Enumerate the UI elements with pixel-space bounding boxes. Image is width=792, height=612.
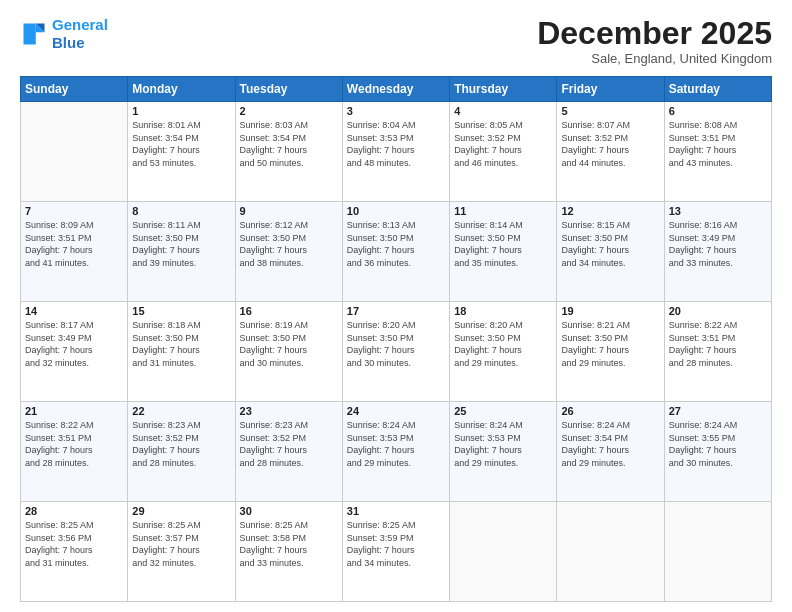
day-info: Sunrise: 8:05 AM Sunset: 3:52 PM Dayligh… <box>454 119 552 169</box>
logo-blue: Blue <box>52 34 85 51</box>
calendar-day-cell <box>450 502 557 602</box>
calendar-day-cell: 24Sunrise: 8:24 AM Sunset: 3:53 PM Dayli… <box>342 402 449 502</box>
calendar-table: SundayMondayTuesdayWednesdayThursdayFrid… <box>20 76 772 602</box>
day-number: 5 <box>561 105 659 117</box>
day-number: 21 <box>25 405 123 417</box>
day-number: 13 <box>669 205 767 217</box>
header: General Blue December 2025 Sale, England… <box>20 16 772 66</box>
calendar-day-cell: 8Sunrise: 8:11 AM Sunset: 3:50 PM Daylig… <box>128 202 235 302</box>
day-number: 9 <box>240 205 338 217</box>
day-number: 29 <box>132 505 230 517</box>
day-number: 14 <box>25 305 123 317</box>
day-number: 17 <box>347 305 445 317</box>
day-info: Sunrise: 8:07 AM Sunset: 3:52 PM Dayligh… <box>561 119 659 169</box>
day-info: Sunrise: 8:13 AM Sunset: 3:50 PM Dayligh… <box>347 219 445 269</box>
calendar-day-cell: 5Sunrise: 8:07 AM Sunset: 3:52 PM Daylig… <box>557 102 664 202</box>
day-info: Sunrise: 8:22 AM Sunset: 3:51 PM Dayligh… <box>25 419 123 469</box>
day-info: Sunrise: 8:21 AM Sunset: 3:50 PM Dayligh… <box>561 319 659 369</box>
day-info: Sunrise: 8:01 AM Sunset: 3:54 PM Dayligh… <box>132 119 230 169</box>
calendar-day-cell: 12Sunrise: 8:15 AM Sunset: 3:50 PM Dayli… <box>557 202 664 302</box>
calendar-day-cell: 10Sunrise: 8:13 AM Sunset: 3:50 PM Dayli… <box>342 202 449 302</box>
day-number: 1 <box>132 105 230 117</box>
logo-text: General Blue <box>52 16 108 52</box>
day-number: 10 <box>347 205 445 217</box>
calendar-day-header: Monday <box>128 77 235 102</box>
calendar-day-cell: 19Sunrise: 8:21 AM Sunset: 3:50 PM Dayli… <box>557 302 664 402</box>
day-number: 19 <box>561 305 659 317</box>
day-number: 20 <box>669 305 767 317</box>
day-info: Sunrise: 8:14 AM Sunset: 3:50 PM Dayligh… <box>454 219 552 269</box>
day-info: Sunrise: 8:25 AM Sunset: 3:59 PM Dayligh… <box>347 519 445 569</box>
calendar-day-cell: 22Sunrise: 8:23 AM Sunset: 3:52 PM Dayli… <box>128 402 235 502</box>
calendar-day-header: Thursday <box>450 77 557 102</box>
calendar-header-row: SundayMondayTuesdayWednesdayThursdayFrid… <box>21 77 772 102</box>
calendar-day-cell: 6Sunrise: 8:08 AM Sunset: 3:51 PM Daylig… <box>664 102 771 202</box>
day-info: Sunrise: 8:11 AM Sunset: 3:50 PM Dayligh… <box>132 219 230 269</box>
month-title: December 2025 <box>537 16 772 51</box>
location-subtitle: Sale, England, United Kingdom <box>537 51 772 66</box>
day-info: Sunrise: 8:08 AM Sunset: 3:51 PM Dayligh… <box>669 119 767 169</box>
calendar-day-cell: 1Sunrise: 8:01 AM Sunset: 3:54 PM Daylig… <box>128 102 235 202</box>
calendar-day-cell: 9Sunrise: 8:12 AM Sunset: 3:50 PM Daylig… <box>235 202 342 302</box>
calendar-day-header: Wednesday <box>342 77 449 102</box>
day-number: 18 <box>454 305 552 317</box>
day-number: 25 <box>454 405 552 417</box>
day-number: 6 <box>669 105 767 117</box>
day-number: 30 <box>240 505 338 517</box>
day-info: Sunrise: 8:24 AM Sunset: 3:54 PM Dayligh… <box>561 419 659 469</box>
day-number: 8 <box>132 205 230 217</box>
calendar-day-cell: 2Sunrise: 8:03 AM Sunset: 3:54 PM Daylig… <box>235 102 342 202</box>
day-info: Sunrise: 8:20 AM Sunset: 3:50 PM Dayligh… <box>454 319 552 369</box>
calendar-week-row: 7Sunrise: 8:09 AM Sunset: 3:51 PM Daylig… <box>21 202 772 302</box>
logo-icon <box>20 20 48 48</box>
title-block: December 2025 Sale, England, United King… <box>537 16 772 66</box>
day-info: Sunrise: 8:25 AM Sunset: 3:56 PM Dayligh… <box>25 519 123 569</box>
calendar-week-row: 1Sunrise: 8:01 AM Sunset: 3:54 PM Daylig… <box>21 102 772 202</box>
day-number: 26 <box>561 405 659 417</box>
day-number: 16 <box>240 305 338 317</box>
day-info: Sunrise: 8:25 AM Sunset: 3:58 PM Dayligh… <box>240 519 338 569</box>
day-info: Sunrise: 8:24 AM Sunset: 3:53 PM Dayligh… <box>347 419 445 469</box>
day-info: Sunrise: 8:15 AM Sunset: 3:50 PM Dayligh… <box>561 219 659 269</box>
day-number: 23 <box>240 405 338 417</box>
day-number: 4 <box>454 105 552 117</box>
calendar-day-cell: 18Sunrise: 8:20 AM Sunset: 3:50 PM Dayli… <box>450 302 557 402</box>
calendar-day-cell: 16Sunrise: 8:19 AM Sunset: 3:50 PM Dayli… <box>235 302 342 402</box>
calendar-week-row: 28Sunrise: 8:25 AM Sunset: 3:56 PM Dayli… <box>21 502 772 602</box>
day-number: 12 <box>561 205 659 217</box>
calendar-day-cell: 25Sunrise: 8:24 AM Sunset: 3:53 PM Dayli… <box>450 402 557 502</box>
calendar-day-cell: 28Sunrise: 8:25 AM Sunset: 3:56 PM Dayli… <box>21 502 128 602</box>
logo: General Blue <box>20 16 108 52</box>
day-info: Sunrise: 8:24 AM Sunset: 3:53 PM Dayligh… <box>454 419 552 469</box>
calendar-day-cell: 26Sunrise: 8:24 AM Sunset: 3:54 PM Dayli… <box>557 402 664 502</box>
calendar-day-cell <box>664 502 771 602</box>
day-info: Sunrise: 8:18 AM Sunset: 3:50 PM Dayligh… <box>132 319 230 369</box>
day-number: 31 <box>347 505 445 517</box>
day-info: Sunrise: 8:16 AM Sunset: 3:49 PM Dayligh… <box>669 219 767 269</box>
svg-rect-2 <box>24 24 36 45</box>
day-info: Sunrise: 8:17 AM Sunset: 3:49 PM Dayligh… <box>25 319 123 369</box>
calendar-day-cell: 3Sunrise: 8:04 AM Sunset: 3:53 PM Daylig… <box>342 102 449 202</box>
calendar-day-cell: 30Sunrise: 8:25 AM Sunset: 3:58 PM Dayli… <box>235 502 342 602</box>
day-info: Sunrise: 8:25 AM Sunset: 3:57 PM Dayligh… <box>132 519 230 569</box>
calendar-day-cell: 15Sunrise: 8:18 AM Sunset: 3:50 PM Dayli… <box>128 302 235 402</box>
day-info: Sunrise: 8:23 AM Sunset: 3:52 PM Dayligh… <box>240 419 338 469</box>
day-info: Sunrise: 8:20 AM Sunset: 3:50 PM Dayligh… <box>347 319 445 369</box>
day-info: Sunrise: 8:12 AM Sunset: 3:50 PM Dayligh… <box>240 219 338 269</box>
calendar-day-header: Sunday <box>21 77 128 102</box>
day-number: 24 <box>347 405 445 417</box>
day-info: Sunrise: 8:19 AM Sunset: 3:50 PM Dayligh… <box>240 319 338 369</box>
calendar-day-cell: 7Sunrise: 8:09 AM Sunset: 3:51 PM Daylig… <box>21 202 128 302</box>
calendar-week-row: 21Sunrise: 8:22 AM Sunset: 3:51 PM Dayli… <box>21 402 772 502</box>
day-info: Sunrise: 8:24 AM Sunset: 3:55 PM Dayligh… <box>669 419 767 469</box>
day-number: 3 <box>347 105 445 117</box>
day-info: Sunrise: 8:09 AM Sunset: 3:51 PM Dayligh… <box>25 219 123 269</box>
day-number: 11 <box>454 205 552 217</box>
calendar-week-row: 14Sunrise: 8:17 AM Sunset: 3:49 PM Dayli… <box>21 302 772 402</box>
calendar-day-cell <box>21 102 128 202</box>
calendar-day-cell: 20Sunrise: 8:22 AM Sunset: 3:51 PM Dayli… <box>664 302 771 402</box>
calendar-day-cell: 29Sunrise: 8:25 AM Sunset: 3:57 PM Dayli… <box>128 502 235 602</box>
day-number: 2 <box>240 105 338 117</box>
day-number: 22 <box>132 405 230 417</box>
calendar-day-cell: 11Sunrise: 8:14 AM Sunset: 3:50 PM Dayli… <box>450 202 557 302</box>
